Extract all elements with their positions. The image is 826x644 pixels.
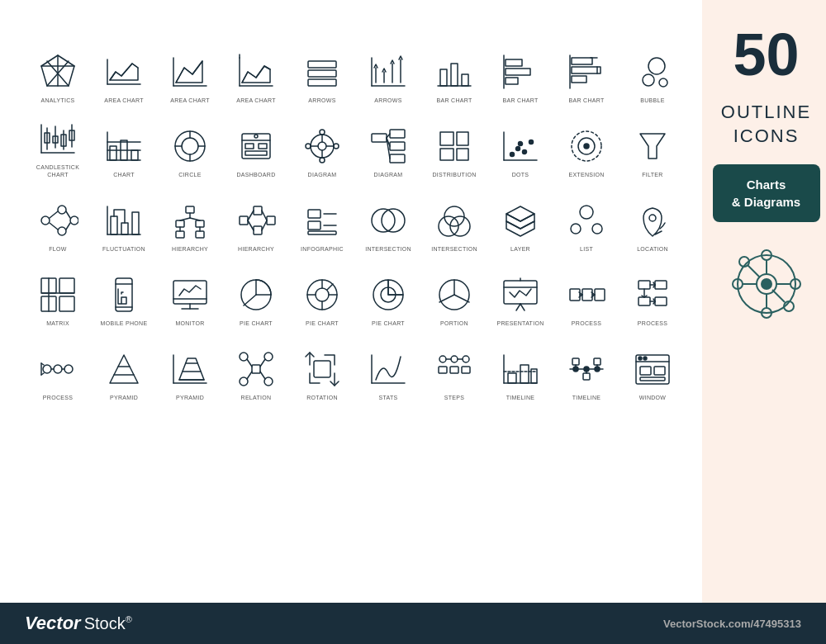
svg-line-176 [454,295,469,302]
svg-rect-236 [520,365,529,383]
svg-point-144 [580,206,593,219]
icon-arrows: ARROWS [289,33,355,107]
icon-candlestick: CANDLESTICK CHART [25,107,91,182]
svg-point-137 [382,209,405,232]
svg-point-102 [58,227,66,235]
icon-steps: STEPS [421,330,487,405]
svg-marker-5 [110,64,138,80]
svg-rect-33 [572,76,586,83]
svg-rect-135 [308,231,336,234]
svg-point-270 [762,279,771,289]
svg-line-127 [248,211,254,220]
svg-rect-132 [308,221,320,230]
svg-rect-115 [196,220,204,227]
svg-rect-183 [582,289,592,301]
icons-section: ANALYTICS AREA CHART AREA CHART AREA CHA… [0,0,702,644]
svg-point-92 [516,146,520,150]
watermark-stock: Stock® [84,614,132,633]
svg-marker-8 [176,61,202,83]
svg-point-241 [584,367,589,372]
svg-rect-211 [252,365,260,373]
svg-point-146 [592,224,602,234]
icon-bar-chart-2: BAR CHART [487,33,553,107]
svg-rect-81 [390,154,405,163]
svg-rect-114 [176,220,184,227]
svg-line-219 [260,372,265,379]
svg-point-76 [306,144,311,149]
svg-rect-28 [506,69,530,75]
svg-rect-32 [572,67,601,73]
svg-line-118 [190,218,200,220]
svg-rect-88 [457,149,468,160]
svg-rect-31 [572,58,592,64]
icon-distribution: DISTRIBUTION [421,107,487,182]
watermark-bar: Vector Stock® VectorStock.com/47495313 [0,603,826,644]
sidebar-outline-text: OUTLINE ICONS [721,101,811,148]
svg-rect-227 [462,367,470,373]
svg-point-230 [463,356,469,362]
svg-rect-27 [506,59,522,66]
icon-process-2: PROCESS [620,256,686,330]
icon-flow: FLOW [25,182,91,256]
icon-analytics: ANALYTICS [25,33,91,107]
svg-rect-78 [372,134,387,142]
watermark-left: Vector Stock® [25,613,132,634]
svg-point-145 [571,224,581,234]
svg-point-77 [334,144,339,149]
svg-point-98 [584,144,589,149]
icon-grid: ANALYTICS AREA CHART AREA CHART AREA CHA… [25,33,686,405]
svg-line-106 [66,211,70,218]
svg-point-93 [523,149,527,154]
icon-intersection: INTERSECTION [355,182,421,256]
svg-rect-25 [462,74,468,86]
svg-line-129 [262,211,267,220]
svg-rect-51 [110,146,116,160]
svg-point-94 [529,140,534,144]
svg-rect-87 [440,149,453,160]
sidebar-number: 50 [733,25,799,84]
icon-layer: LAYER [487,182,553,256]
main-container: ANALYTICS AREA CHART AREA CHART AREA CHA… [0,0,826,644]
svg-rect-120 [196,231,204,238]
svg-point-196 [64,365,73,373]
icon-portion: PORTION [421,256,487,330]
svg-point-38 [659,78,667,87]
svg-marker-143 [506,221,534,236]
svg-rect-53 [131,150,138,160]
svg-point-64 [254,135,258,138]
svg-line-128 [248,220,254,230]
svg-rect-255 [640,377,665,381]
icon-diagram-2: DIAGRAM [355,107,421,182]
svg-rect-23 [440,69,447,86]
icon-dots: DOTS [487,107,553,182]
svg-point-229 [451,356,458,362]
svg-rect-189 [638,297,650,305]
icon-arrows-2: ARROWS [355,33,421,107]
svg-rect-15 [308,79,336,86]
svg-rect-14 [308,70,336,77]
svg-point-103 [70,216,78,225]
icon-pie-chart: PIE CHART [223,256,289,330]
svg-point-37 [643,74,654,86]
svg-rect-124 [254,206,262,215]
svg-rect-243 [572,358,579,365]
icon-process-3: PROCESS [25,330,91,405]
icon-fluctuation: FLUCTUATION [91,182,157,256]
svg-rect-177 [504,281,537,304]
svg-rect-66 [259,144,267,149]
svg-point-228 [439,356,446,362]
svg-rect-113 [186,206,194,213]
svg-point-57 [182,138,198,154]
svg-line-164 [244,295,256,305]
svg-line-130 [262,220,267,230]
icon-pie-chart-2: PIE CHART [289,256,355,330]
sidebar-line1: OUTLINE [721,101,811,125]
svg-line-180 [520,304,525,310]
sidebar-line2: ICONS [721,125,811,149]
svg-rect-190 [655,297,667,305]
svg-rect-184 [595,289,605,301]
svg-marker-202 [110,355,138,383]
svg-rect-123 [240,216,248,225]
icon-presentation: PRESENTATION [487,256,553,330]
svg-rect-131 [308,210,320,218]
